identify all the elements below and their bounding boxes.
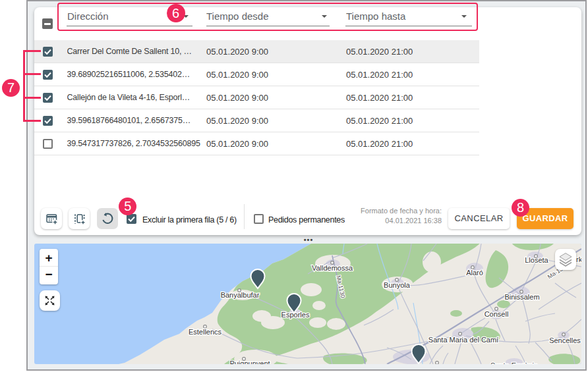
svg-text:Banyalbufar: Banyalbufar — [221, 291, 260, 299]
svg-text:rk: rk — [576, 255, 581, 263]
svg-text:Estellencs: Estellencs — [189, 328, 222, 336]
svg-text:Bunyola: Bunyola — [384, 281, 411, 289]
svg-text:Esporles: Esporles — [281, 311, 310, 319]
svg-text:Santa Eugènia: Santa Eugènia — [490, 361, 539, 364]
svg-text:Valldemossa: Valldemossa — [312, 264, 353, 272]
svg-text:Puigpunyent: Puigpunyent — [229, 359, 270, 364]
svg-text:Binissalem: Binissalem — [504, 293, 539, 301]
svg-text:Alaró: Alaró — [466, 269, 483, 277]
svg-text:Lloseta: Lloseta — [525, 256, 548, 264]
svg-text:Consell: Consell — [485, 310, 509, 318]
svg-text:Sencelles: Sencelles — [549, 336, 581, 344]
svg-text:Santa Maria del Camí: Santa Maria del Camí — [428, 336, 498, 344]
